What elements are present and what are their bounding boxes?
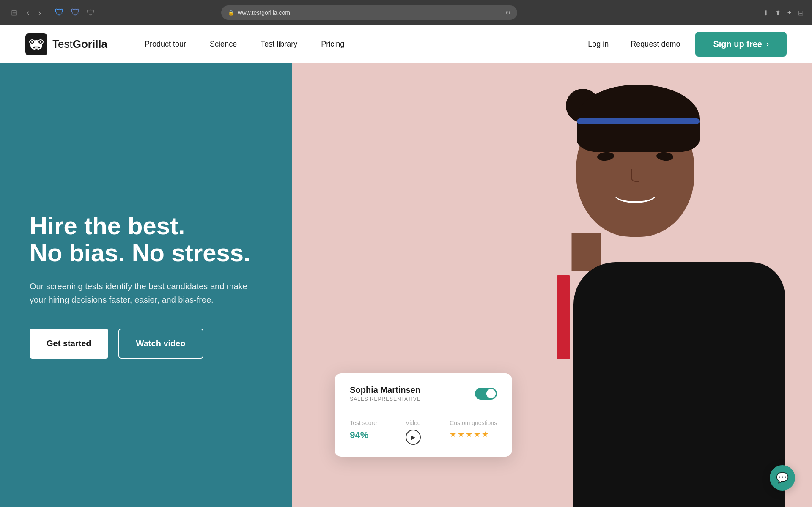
logo-link[interactable]: TestGorilla xyxy=(25,33,107,55)
hero-heading: Hire the best. No bias. No stress. xyxy=(30,212,263,266)
nav-right: Log in Request demo Sign up free › xyxy=(581,32,787,57)
test-score-value: 94% xyxy=(350,430,377,441)
jacket-stripe xyxy=(557,275,570,359)
get-started-button[interactable]: Get started xyxy=(30,329,108,359)
stat-video: Video ▶ xyxy=(406,419,421,445)
star-3: ★ xyxy=(466,430,472,439)
hero-buttons: Get started Watch video xyxy=(30,329,263,359)
shield2-icon: 🛡 xyxy=(71,7,80,18)
logo-icon xyxy=(25,33,47,55)
card-header: Sophia Martinsen SALES REPRESENTATIVE xyxy=(350,385,497,402)
browser-right-icons: ⬇ ⬆ + ⊞ xyxy=(763,9,804,17)
svg-point-9 xyxy=(33,47,35,48)
nav-science[interactable]: Science xyxy=(198,40,249,49)
back-button[interactable]: ‹ xyxy=(24,7,32,19)
browser-chrome: ⊟ ‹ › 🛡 🛡 🛡 🔒 www.testgorilla.com ↻ ⬇ ⬆ … xyxy=(0,0,812,25)
video-play-icon[interactable]: ▶ xyxy=(406,430,421,445)
toggle-switch[interactable] xyxy=(475,388,497,400)
nav-product-tour[interactable]: Product tour xyxy=(133,40,198,49)
tab-grid-button[interactable]: ⊞ xyxy=(798,9,804,17)
star-2: ★ xyxy=(458,430,464,439)
video-label: Video xyxy=(406,419,421,426)
bitwarden-icon: 🛡 xyxy=(55,7,64,18)
toggle-knob xyxy=(486,389,496,398)
signup-arrow-icon: › xyxy=(766,40,769,49)
nav-links: Product tour Science Test library Pricin… xyxy=(133,40,581,49)
star-1: ★ xyxy=(450,430,456,439)
new-tab-button[interactable]: + xyxy=(787,9,791,16)
candidate-card: Sophia Martinsen SALES REPRESENTATIVE Te… xyxy=(335,373,512,457)
eye-right xyxy=(656,151,674,161)
mouth-smile xyxy=(614,186,656,203)
eye-left xyxy=(597,151,614,161)
svg-point-10 xyxy=(38,47,40,48)
hero-section: Hire the best. No bias. No stress. Our s… xyxy=(0,63,812,507)
hero-left-panel: Hire the best. No bias. No stress. Our s… xyxy=(0,63,292,507)
custom-questions-label: Custom questions xyxy=(450,419,497,426)
navbar: TestGorilla Product tour Science Test li… xyxy=(0,25,812,63)
url-text: www.testgorilla.com xyxy=(238,9,290,16)
stat-test-score: Test score 94% xyxy=(350,419,377,445)
star-5: ★ xyxy=(482,430,488,439)
card-stats: Test score 94% Video ▶ Custom questions … xyxy=(350,419,497,445)
stat-custom-questions: Custom questions ★ ★ ★ ★ ★ xyxy=(450,419,497,445)
watch-video-button[interactable]: Watch video xyxy=(118,329,203,359)
candidate-info: Sophia Martinsen SALES REPRESENTATIVE xyxy=(350,385,420,402)
candidate-name: Sophia Martinsen xyxy=(350,385,420,395)
headband xyxy=(577,118,700,124)
test-score-label: Test score xyxy=(350,419,377,426)
candidate-role: SALES REPRESENTATIVE xyxy=(350,396,420,402)
nav-pricing[interactable]: Pricing xyxy=(309,40,356,49)
star-rating: ★ ★ ★ ★ ★ xyxy=(450,430,497,439)
card-divider xyxy=(350,411,497,411)
download-button[interactable]: ⬇ xyxy=(763,9,768,17)
nav-test-library[interactable]: Test library xyxy=(249,40,309,49)
lock-icon: 🔒 xyxy=(228,10,234,16)
logo-text: TestGorilla xyxy=(52,38,107,51)
request-demo-link[interactable]: Request demo xyxy=(624,40,687,49)
hero-subtext: Our screening tests identify the best ca… xyxy=(30,280,263,307)
svg-point-7 xyxy=(40,41,41,43)
svg-point-6 xyxy=(31,41,33,43)
address-bar[interactable]: 🔒 www.testgorilla.com ↻ xyxy=(221,5,517,20)
hero-right-panel: Sophia Martinsen SALES REPRESENTATIVE Te… xyxy=(292,63,812,507)
browser-controls: ⊟ ‹ › xyxy=(8,6,44,19)
nose xyxy=(631,169,639,182)
forward-button[interactable]: › xyxy=(36,7,44,19)
chat-bubble-button[interactable]: 💬 xyxy=(770,465,795,491)
body-jacket xyxy=(573,262,785,507)
reload-button[interactable]: ↻ xyxy=(505,9,510,16)
login-link[interactable]: Log in xyxy=(581,40,615,49)
shield3-icon: 🛡 xyxy=(87,8,95,18)
neck xyxy=(571,233,601,271)
signup-button[interactable]: Sign up free › xyxy=(695,32,787,57)
star-4: ★ xyxy=(474,430,480,439)
chat-icon: 💬 xyxy=(776,472,789,484)
share-button[interactable]: ⬆ xyxy=(775,9,781,17)
sidebar-toggle-button[interactable]: ⊟ xyxy=(8,6,20,19)
